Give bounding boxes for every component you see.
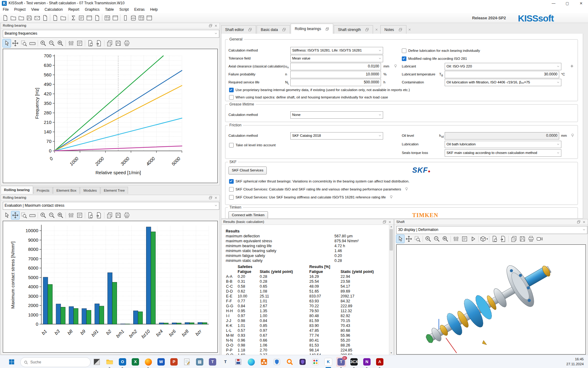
window-layout-button[interactable]	[145, 14, 153, 22]
view-selector[interactable]: 3D display | Deformation	[396, 226, 587, 234]
docedit-button[interactable]	[499, 235, 507, 243]
print-button[interactable]	[123, 211, 131, 220]
checkbox-skf-cloud-services-calc[interactable]: SKF Cloud Services: Calculate ISO and SK…	[229, 187, 409, 192]
search-input[interactable]: Suche	[20, 357, 91, 367]
move-button[interactable]	[405, 235, 413, 243]
camera-button[interactable]	[535, 235, 544, 243]
taskbar-icon-outlook[interactable]: O	[118, 357, 127, 367]
checkbox-box[interactable]	[229, 179, 234, 184]
zoomfit-button[interactable]	[441, 235, 450, 243]
tab-rolling-bearings[interactable]: Rolling bearings	[291, 24, 333, 34]
menu-view[interactable]: View	[28, 7, 42, 12]
kisssys-window-button[interactable]	[137, 14, 145, 22]
results-window-button[interactable]	[111, 14, 119, 22]
minimize-button[interactable]: —	[547, 0, 560, 7]
taskbar-icon-explorer[interactable]	[105, 357, 115, 367]
tab-shaft-editor[interactable]: Shaft editor	[221, 25, 256, 34]
taskbar-icon-acrobat[interactable]: A	[375, 357, 385, 367]
calculation-method-select[interactable]: SKF Catalog 2018	[290, 132, 383, 140]
checkbox-use-proprietary-bearing-[interactable]: Use proprietary bearing internal geometr…	[229, 87, 410, 92]
report-text-button[interactable]	[77, 14, 85, 22]
lubricant-temperature-input[interactable]: 30.0000	[445, 71, 559, 78]
tab-shaft-strength[interactable]: Shaft strength	[334, 25, 373, 34]
checkbox-box[interactable]	[229, 187, 234, 192]
element-box-button[interactable]	[121, 14, 129, 22]
results-scrollbar[interactable]: ▲ ▼	[389, 225, 393, 355]
taskbar-icon-word[interactable]: W	[156, 357, 166, 367]
list-button[interactable]	[75, 211, 84, 220]
taskbar-icon-firefox[interactable]	[143, 357, 153, 367]
menu-help[interactable]: Help	[147, 7, 160, 12]
save-button[interactable]	[114, 211, 123, 220]
scroll-up-arrow[interactable]: ▲	[389, 225, 393, 228]
close-panel-button[interactable]	[213, 195, 218, 200]
float-panel-button[interactable]	[576, 220, 581, 224]
copy-button[interactable]	[105, 39, 114, 48]
report-export-button[interactable]	[93, 14, 101, 22]
menu-project[interactable]: Project	[11, 7, 28, 12]
doclock-button[interactable]	[86, 211, 95, 220]
dock-tab-element-tree[interactable]: Element Tree	[100, 187, 128, 194]
taskbar-icon-excel[interactable]: X	[130, 357, 140, 367]
print-button[interactable]	[123, 39, 131, 48]
dock-tab-projects[interactable]: Projects	[33, 187, 53, 194]
zoomsel-button[interactable]	[20, 211, 28, 220]
doclock-button[interactable]	[86, 39, 95, 48]
menu-graphics[interactable]: Graphics	[82, 7, 102, 12]
lubricant-select[interactable]: Oil: ISO-VG 220	[445, 63, 561, 70]
sliders-button[interactable]	[67, 39, 75, 48]
sliders-button[interactable]	[452, 235, 460, 243]
file-open-button[interactable]	[9, 14, 17, 22]
zoomfit-button[interactable]	[56, 39, 65, 48]
taskbar-icon-org-chart[interactable]	[259, 357, 269, 367]
checkbox-box[interactable]	[229, 195, 234, 200]
taskbar-icon-search-tool[interactable]	[285, 357, 295, 367]
save-button[interactable]	[114, 39, 123, 48]
checkbox-box[interactable]	[229, 143, 234, 148]
menu-calculation[interactable]: Calculation	[42, 7, 66, 12]
float-panel-button[interactable]	[208, 23, 213, 28]
zoomout-button[interactable]	[47, 211, 56, 220]
close-tab-button[interactable]	[374, 26, 379, 33]
add-lubricant-button[interactable]	[570, 64, 574, 69]
taskbar-clock[interactable]: 16:45 27.11.2024	[566, 357, 584, 366]
taskbar-icon-notes-editor[interactable]	[182, 357, 192, 367]
float-panel-button[interactable]	[208, 195, 213, 200]
failure-probability-input[interactable]: 10.0000	[290, 71, 381, 78]
checkbox-take-oil-level-into-acco[interactable]: Take oil level into account	[229, 143, 276, 148]
calculate-sum-button[interactable]	[69, 14, 77, 22]
taskbar-icon-3cx[interactable]: 3CX	[349, 357, 359, 367]
file-preview-button[interactable]	[41, 14, 49, 22]
ruler-button[interactable]	[28, 211, 37, 220]
play-button[interactable]	[469, 235, 477, 243]
move-button[interactable]	[11, 211, 20, 220]
move-button[interactable]	[11, 39, 20, 48]
taskbar-icon-powerpoint[interactable]: P	[169, 357, 179, 367]
taskbar-icon-address-book[interactable]: ▤	[195, 357, 205, 367]
zoomout-button[interactable]	[47, 39, 56, 48]
zoomout-button[interactable]	[432, 235, 441, 243]
cursor-button[interactable]	[2, 39, 11, 48]
copy-button[interactable]	[105, 211, 114, 220]
checkbox-box[interactable]	[229, 88, 234, 92]
start-button[interactable]	[7, 357, 17, 367]
taskbar-icon-desktop[interactable]	[92, 357, 102, 367]
database-button[interactable]	[129, 14, 137, 22]
skf-cloud-services-button[interactable]: SKF Cloud Services	[228, 167, 267, 174]
tolerance-field-select[interactable]: Mean value	[290, 55, 383, 62]
taskbar-icon-app-grid[interactable]	[311, 357, 320, 367]
scrollbar-thumb[interactable]	[390, 229, 393, 251]
close-panel-button[interactable]	[582, 220, 586, 224]
menu-script[interactable]: Script	[117, 7, 132, 12]
copy-button[interactable]	[510, 235, 518, 243]
modules-window-button[interactable]	[103, 14, 111, 22]
zoomfit-button[interactable]	[56, 211, 65, 220]
graphic-selector[interactable]: Bearing frequencies	[3, 30, 219, 38]
taskbar-icon-edge[interactable]	[246, 357, 256, 367]
taskbar-icon-vpn-shield[interactable]	[298, 357, 307, 367]
zoomin-button[interactable]	[39, 39, 47, 48]
file-open-template-button[interactable]	[17, 14, 25, 22]
scroll-down-arrow[interactable]: ▼	[389, 351, 393, 355]
dock-tab-rolling-bearing[interactable]: Rolling bearing	[1, 186, 33, 194]
zoomin-button[interactable]	[39, 211, 47, 220]
